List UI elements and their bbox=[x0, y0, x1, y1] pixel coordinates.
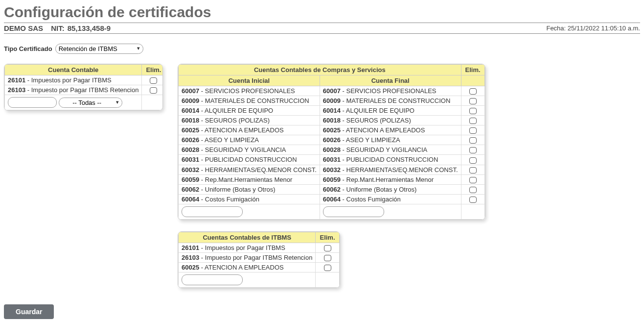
delete-checkbox[interactable] bbox=[469, 108, 477, 114]
company-info: DEMO SAS NIT: 85,133,458-9 bbox=[4, 24, 111, 32]
right-column: Cuentas Contables de Compras y Servicios… bbox=[178, 64, 640, 290]
account-code: 60025 bbox=[182, 264, 199, 271]
account-desc: Rep.Mant.Herramientas Menor bbox=[205, 176, 292, 183]
account-desc: SERVICIOS PROFESIONALES bbox=[346, 87, 437, 95]
delete-checkbox[interactable] bbox=[469, 197, 477, 203]
account-code: 60028 bbox=[323, 146, 341, 153]
purchases-add-final-input[interactable] bbox=[323, 206, 384, 217]
delete-checkbox[interactable] bbox=[469, 88, 477, 95]
account-code: 60028 bbox=[182, 146, 199, 153]
table-row: 60014 - ALQUILER DE EQUIPO60014 - ALQUIL… bbox=[179, 106, 485, 116]
table-row: 60009 - MATERIALES DE CONSTRUCCION60009 … bbox=[179, 96, 485, 106]
nit-value: 85,133,458-9 bbox=[68, 24, 111, 32]
date-label: Fecha: bbox=[546, 25, 566, 32]
account-code: 60007 bbox=[323, 87, 341, 95]
cert-type-label: Tipo Certificado bbox=[4, 45, 52, 52]
delete-checkbox[interactable] bbox=[469, 187, 477, 193]
account-code: 60064 bbox=[182, 196, 199, 203]
account-code: 60014 bbox=[323, 107, 341, 114]
account-desc: Impuesto por Pagar ITBMS Retencion bbox=[205, 254, 313, 261]
left-col-account: Cuenta Contable bbox=[5, 65, 142, 75]
table-row: 60028 - SEGURIDAD Y VIGILANCIA60028 - SE… bbox=[179, 145, 485, 155]
delete-checkbox[interactable] bbox=[469, 98, 477, 104]
company-name: DEMO SAS bbox=[4, 24, 43, 32]
account-desc: SERVICIOS PROFESIONALES bbox=[205, 87, 295, 95]
cert-type-row: Tipo Certificado Retención de ITBMS bbox=[4, 44, 640, 54]
account-code: 60018 bbox=[323, 117, 341, 124]
purchases-header-main: Cuentas Contables de Compras y Servicios bbox=[179, 65, 461, 75]
left-account-panel: Cuenta Contable Elim. 26101 - Impuestos … bbox=[4, 64, 163, 111]
itbms-add-input[interactable] bbox=[182, 274, 243, 285]
table-row: 60032 - HERRAMIENTAS/EQ.MENOR CONST.6003… bbox=[179, 165, 485, 174]
account-code: 60064 bbox=[323, 196, 341, 203]
account-desc: Impuesto por Pagar ITBMS Retencion bbox=[31, 86, 139, 94]
left-add-account-select[interactable]: -- Todas -- bbox=[59, 98, 122, 108]
account-code: 60031 bbox=[182, 156, 199, 163]
account-desc: SEGUROS (POLIZAS) bbox=[346, 117, 411, 124]
delete-checkbox[interactable] bbox=[469, 157, 477, 164]
account-code: 60032 bbox=[182, 166, 199, 173]
itbms-panel: Cuentas Contables de ITBMS Elim. 26101 -… bbox=[178, 231, 340, 288]
account-desc: ASEO Y LIMPIEZA bbox=[346, 136, 400, 144]
purchases-panel: Cuentas Contables de Compras y Servicios… bbox=[178, 64, 485, 220]
table-row: 60007 - SERVICIOS PROFESIONALES60007 - S… bbox=[179, 86, 485, 96]
cert-type-select[interactable]: Retención de ITBMS bbox=[55, 44, 143, 54]
delete-checkbox[interactable] bbox=[469, 177, 477, 183]
account-desc: PUBLICIDAD CONSTRUCCION bbox=[346, 156, 438, 163]
delete-checkbox[interactable] bbox=[469, 127, 477, 134]
account-desc: ATENCION A EMPLEADOS bbox=[205, 126, 284, 134]
delete-checkbox[interactable] bbox=[324, 255, 331, 261]
account-desc: HERRAMIENTAS/EQ.MENOR CONST. bbox=[346, 166, 458, 173]
table-row: 26101 - Impuestos por Pagar ITBMS bbox=[5, 75, 163, 85]
table-row: 26101 - Impuestos por Pagar ITBMS bbox=[179, 243, 339, 252]
account-code: 60018 bbox=[182, 117, 199, 124]
account-code: 60062 bbox=[182, 186, 199, 193]
delete-checkbox[interactable] bbox=[469, 137, 477, 144]
sub-header: DEMO SAS NIT: 85,133,458-9 Fecha: 25/11/… bbox=[4, 23, 640, 34]
account-desc: Costos Fumigación bbox=[346, 196, 401, 203]
delete-checkbox[interactable] bbox=[324, 265, 331, 271]
account-desc: SEGURIDAD Y VIGILANCIA bbox=[346, 146, 428, 153]
account-code: 60059 bbox=[182, 176, 199, 183]
itbms-header-main: Cuentas Contables de ITBMS bbox=[179, 232, 316, 243]
delete-checkbox[interactable] bbox=[469, 118, 477, 124]
page-title: Configuración de certificados bbox=[4, 4, 640, 21]
delete-checkbox[interactable] bbox=[150, 87, 157, 94]
account-code: 60009 bbox=[323, 97, 341, 104]
account-desc: ATENCION A EMPLEADOS bbox=[205, 264, 284, 271]
account-code: 60026 bbox=[323, 136, 341, 144]
itbms-header-delete: Elim. bbox=[316, 232, 339, 243]
table-row: 60018 - SEGUROS (POLIZAS)60018 - SEGUROS… bbox=[179, 116, 485, 125]
account-code: 26101 bbox=[8, 76, 25, 84]
nit-label: NIT: bbox=[51, 24, 65, 32]
table-row: 60062 - Uniforme (Botas y Otros)60062 - … bbox=[179, 184, 485, 194]
account-code: 60014 bbox=[182, 107, 199, 114]
left-add-account-input[interactable] bbox=[8, 97, 57, 108]
delete-checkbox[interactable] bbox=[469, 147, 477, 153]
table-row: 60025 - ATENCION A EMPLEADOS bbox=[179, 262, 339, 272]
account-desc: Costos Fumigación bbox=[205, 196, 259, 203]
account-desc: ALQUILER DE EQUIPO bbox=[205, 107, 273, 114]
table-row: 60026 - ASEO Y LIMPIEZA60026 - ASEO Y LI… bbox=[179, 135, 485, 145]
delete-checkbox[interactable] bbox=[324, 245, 331, 251]
account-desc: MATERIALES DE CONSTRUCCION bbox=[346, 97, 451, 104]
account-desc: Uniforme (Botas y Otros) bbox=[205, 186, 276, 193]
purchases-add-initial-input[interactable] bbox=[182, 206, 243, 217]
account-desc: Impuestos por Pagar ITBMS bbox=[31, 76, 112, 84]
account-code: 26103 bbox=[182, 254, 199, 261]
account-desc: ALQUILER DE EQUIPO bbox=[346, 107, 414, 114]
table-row: 60031 - PUBLICIDAD CONSTRUCCION60031 - P… bbox=[179, 155, 485, 165]
account-code: 60059 bbox=[323, 176, 341, 183]
account-desc: HERRAMIENTAS/EQ.MENOR CONST. bbox=[205, 166, 317, 173]
date-info: Fecha: 25/11/2022 11:05:10 a.m. bbox=[546, 25, 640, 32]
save-button[interactable]: Guardar bbox=[4, 304, 54, 319]
account-desc: SEGUROS (POLIZAS) bbox=[205, 117, 270, 124]
delete-checkbox[interactable] bbox=[469, 167, 477, 173]
account-code: 60062 bbox=[323, 186, 341, 193]
delete-checkbox[interactable] bbox=[150, 77, 157, 84]
account-desc: PUBLICIDAD CONSTRUCCION bbox=[205, 156, 297, 163]
account-desc: Uniforme (Botas y Otros) bbox=[346, 186, 417, 193]
purchases-header-final: Cuenta Final bbox=[320, 75, 461, 86]
table-row: 60025 - ATENCION A EMPLEADOS60025 - ATEN… bbox=[179, 125, 485, 135]
account-code: 26101 bbox=[182, 244, 199, 251]
